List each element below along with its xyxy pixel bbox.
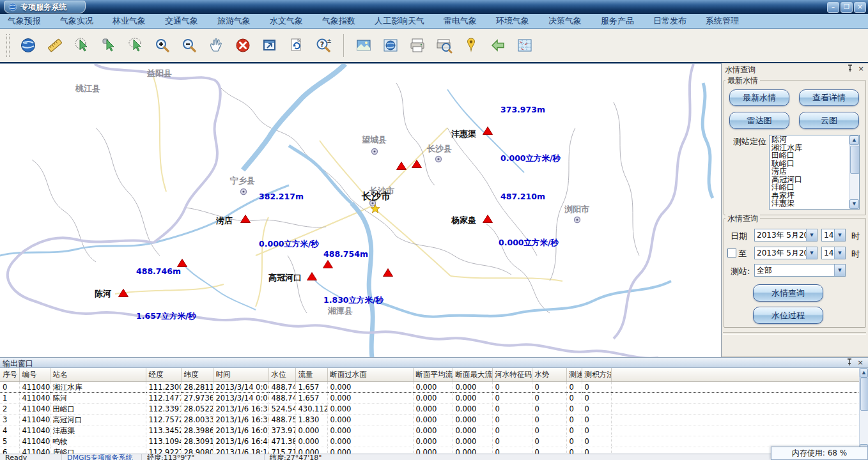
output-grid[interactable]: 序号编号站名经度纬度时间水位流量断面过水面断面平均流断面最大流河水特征码水势测速… xyxy=(0,368,860,454)
maximize-button[interactable]: ❐ xyxy=(841,2,853,13)
chevron-down-icon[interactable]: ▼ xyxy=(834,247,845,259)
select-arrow-icon[interactable] xyxy=(99,35,118,56)
identify-icon[interactable]: ?± xyxy=(314,35,333,56)
map-canvas[interactable]: 益阳县桃江县宁乡县望城县长沙县长沙市浏阳市湘潭县 长沙市 涝店陈河高冠河口沣惠渠… xyxy=(0,64,721,358)
menu-item-13[interactable]: 系统管理 xyxy=(706,15,739,27)
station-list-item[interactable]: 涝店 xyxy=(770,167,849,176)
menu-item-12[interactable]: 日常发布 xyxy=(653,15,686,27)
export-image-icon[interactable] xyxy=(354,35,373,56)
panel-pin-icon[interactable] xyxy=(846,65,855,73)
refresh-icon[interactable] xyxy=(287,35,306,56)
menu-item-3[interactable]: 交通气象 xyxy=(165,15,198,27)
print-preview-icon[interactable] xyxy=(435,35,454,56)
scroll-down-icon[interactable]: ▼ xyxy=(849,199,859,209)
map-area[interactable]: 益阳县桃江县宁乡县望城县长沙县长沙市浏阳市湘潭县 长沙市 涝店陈河高冠河口沣惠渠… xyxy=(0,63,721,358)
station-marker-icon[interactable] xyxy=(397,162,407,170)
table-row[interactable]: 441104017沣惠渠113.34527828.3986112013/1/6 … xyxy=(0,425,860,436)
toolbar-grip[interactable] xyxy=(6,34,10,57)
station-listbox[interactable]: 陈河湘江水库田峪口耿峪口涝店高冠河口沣峪口冉家坪沣惠渠 ▲ ▼ xyxy=(769,135,860,210)
station-list-item[interactable]: 田峪口 xyxy=(770,151,849,160)
minimize-button[interactable]: – xyxy=(827,2,839,13)
station-marker-icon[interactable] xyxy=(241,215,251,223)
menu-item-0[interactable]: 气象预报 xyxy=(8,15,41,27)
station-marker-icon[interactable] xyxy=(483,215,493,223)
column-header[interactable]: 断面过水面 xyxy=(327,368,413,382)
menu-item-6[interactable]: 气象指数 xyxy=(322,15,355,27)
station-list-scrollbar[interactable]: ▲ ▼ xyxy=(849,135,859,209)
zoom-window-icon[interactable] xyxy=(260,35,279,56)
station-list-item[interactable]: 陈河 xyxy=(770,135,849,144)
table-row[interactable]: 041104002湘江水库111.23000028.2811112013/3/1… xyxy=(0,382,860,393)
hour-to-combo[interactable]: 14▼ xyxy=(821,247,846,259)
chevron-down-icon[interactable]: ▼ xyxy=(806,247,817,259)
radar-chart-button[interactable]: 雷达图 xyxy=(729,112,789,129)
column-header[interactable]: 水势 xyxy=(532,368,566,382)
menu-item-8[interactable]: 雷电气象 xyxy=(444,15,477,27)
cloud-image-button[interactable]: 云图 xyxy=(799,112,859,129)
chevron-down-icon[interactable]: ▼ xyxy=(834,229,845,241)
date-to-combo[interactable]: 2013年 5月20日▼ xyxy=(754,247,818,259)
table-row[interactable]: 341104010高冠河口112.75722228.0033332013/1/6… xyxy=(0,415,860,425)
column-header[interactable]: 测积方法 xyxy=(582,368,611,382)
menu-item-1[interactable]: 气象实况 xyxy=(60,15,93,27)
menu-item-11[interactable]: 服务产品 xyxy=(601,15,634,27)
close-button[interactable]: × xyxy=(854,2,866,13)
output-pin-icon[interactable] xyxy=(845,358,854,367)
panel-close-icon[interactable]: × xyxy=(856,65,865,73)
pan-hand-icon[interactable] xyxy=(206,35,226,56)
station-select-combo[interactable]: 全部▼ xyxy=(754,264,846,277)
column-header[interactable]: 河水特征码 xyxy=(492,368,532,382)
select-features-icon[interactable] xyxy=(72,35,91,56)
menu-item-9[interactable]: 环境气象 xyxy=(496,15,529,27)
station-marker-icon[interactable] xyxy=(178,259,187,267)
station-marker-icon[interactable] xyxy=(323,261,333,268)
print-icon[interactable] xyxy=(408,35,427,56)
latest-water-button[interactable]: 最新水情 xyxy=(729,89,789,106)
chevron-down-icon[interactable]: ▼ xyxy=(834,264,845,276)
grid-layer-icon[interactable] xyxy=(515,35,534,56)
scroll-thumb[interactable] xyxy=(860,378,868,411)
scroll-thumb[interactable] xyxy=(850,146,860,174)
station-marker-icon[interactable] xyxy=(483,127,493,135)
station-list-item[interactable]: 沣惠渠 xyxy=(770,199,849,208)
scroll-up-icon[interactable]: ▲ xyxy=(849,135,859,145)
column-header[interactable]: 经度 xyxy=(146,368,181,382)
station-marker-icon[interactable] xyxy=(384,269,393,277)
column-header[interactable]: 纬度 xyxy=(181,368,213,382)
column-header[interactable]: 流量 xyxy=(295,368,327,382)
output-close-icon[interactable]: × xyxy=(856,358,865,367)
water-query-button[interactable]: 水情查询 xyxy=(753,284,823,302)
station-list-item[interactable]: 沣峪口 xyxy=(770,183,849,192)
menu-item-5[interactable]: 水文气象 xyxy=(270,15,303,27)
view-detail-button[interactable]: 查看详情 xyxy=(799,89,859,106)
table-row[interactable]: 141104002陈河112.14777827.9736112013/3/14 … xyxy=(0,393,860,404)
column-header[interactable]: 编号 xyxy=(19,368,50,382)
table-row[interactable]: 241104004田峪口112.33916728.0522222013/1/6 … xyxy=(0,404,860,415)
menu-item-2[interactable]: 林业气象 xyxy=(112,15,146,27)
column-header[interactable]: 断面平均流 xyxy=(413,368,453,382)
column-header[interactable]: 断面最大流 xyxy=(453,368,492,382)
to-date-checkbox[interactable] xyxy=(727,249,736,257)
table-row[interactable]: 541104022鸣犊113.10944428.3091672013/1/6 1… xyxy=(0,436,860,447)
zoom-out-icon[interactable] xyxy=(180,35,199,56)
menu-item-10[interactable]: 决策气象 xyxy=(548,15,582,27)
globe-icon[interactable] xyxy=(19,35,38,56)
column-header[interactable]: 时间 xyxy=(213,368,268,382)
date-from-combo[interactable]: 2013年 5月20日▼ xyxy=(754,229,818,241)
station-marker-icon[interactable] xyxy=(307,273,317,280)
water-level-process-button[interactable]: 水位过程 xyxy=(753,307,823,324)
output-grid-scrollbar[interactable]: ▲ ▼ xyxy=(859,368,868,454)
stop-icon[interactable] xyxy=(233,35,252,56)
back-arrow-icon[interactable] xyxy=(488,35,508,56)
scroll-up-icon[interactable]: ▲ xyxy=(860,368,868,378)
menu-item-4[interactable]: 旅游气象 xyxy=(217,15,251,27)
globe-view-icon[interactable] xyxy=(381,35,400,56)
locate-pin-icon[interactable] xyxy=(461,35,481,56)
column-header[interactable]: 水位 xyxy=(268,368,295,382)
lasso-select-icon[interactable] xyxy=(126,35,145,56)
column-header[interactable]: 测速方法 xyxy=(566,368,582,382)
zoom-in-icon[interactable] xyxy=(153,35,172,56)
column-header[interactable]: 站名 xyxy=(50,368,146,382)
hour-from-combo[interactable]: 14▼ xyxy=(821,229,846,241)
menu-item-7[interactable]: 人工影响天气 xyxy=(375,15,424,27)
